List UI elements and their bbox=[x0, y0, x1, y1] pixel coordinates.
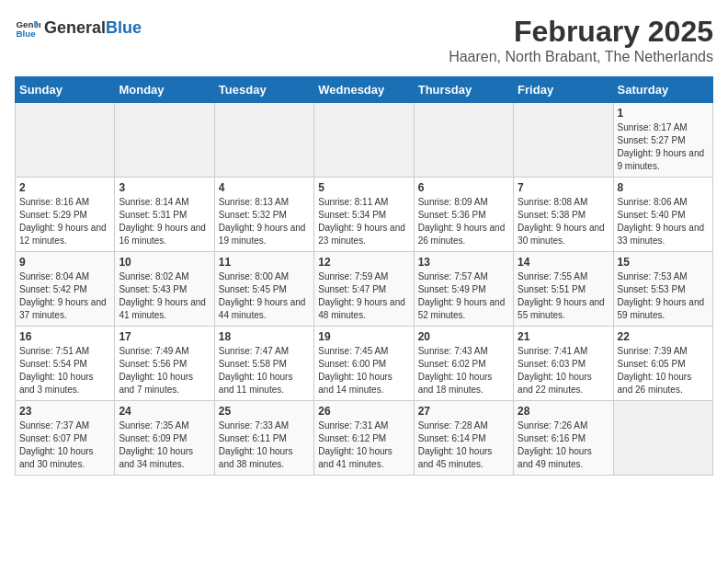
logo-icon: General Blue bbox=[15, 15, 40, 40]
weekday-header-thursday: Thursday bbox=[414, 77, 513, 103]
day-number: 22 bbox=[618, 330, 709, 343]
day-cell: 23Sunrise: 7:37 AM Sunset: 6:07 PM Dayli… bbox=[16, 401, 115, 476]
day-cell bbox=[613, 401, 712, 476]
day-cell: 21Sunrise: 7:41 AM Sunset: 6:03 PM Dayli… bbox=[514, 327, 613, 401]
day-cell: 15Sunrise: 7:53 AM Sunset: 5:53 PM Dayli… bbox=[613, 252, 712, 327]
weekday-header-saturday: Saturday bbox=[613, 77, 712, 103]
day-cell: 9Sunrise: 8:04 AM Sunset: 5:42 PM Daylig… bbox=[16, 252, 115, 327]
day-info: Sunrise: 7:26 AM Sunset: 6:16 PM Dayligh… bbox=[518, 419, 609, 471]
day-info: Sunrise: 7:59 AM Sunset: 5:47 PM Dayligh… bbox=[318, 270, 409, 322]
week-row-3: 9Sunrise: 8:04 AM Sunset: 5:42 PM Daylig… bbox=[16, 252, 713, 327]
day-number: 1 bbox=[618, 107, 709, 120]
title-area: February 2025 Haaren, North Brabant, The… bbox=[449, 15, 713, 65]
day-number: 26 bbox=[318, 405, 409, 418]
day-info: Sunrise: 7:51 AM Sunset: 5:54 PM Dayligh… bbox=[19, 345, 110, 396]
day-number: 18 bbox=[219, 330, 310, 343]
day-number: 10 bbox=[119, 256, 210, 269]
day-info: Sunrise: 7:37 AM Sunset: 6:07 PM Dayligh… bbox=[19, 419, 110, 471]
day-cell: 12Sunrise: 7:59 AM Sunset: 5:47 PM Dayli… bbox=[314, 252, 414, 327]
day-cell: 20Sunrise: 7:43 AM Sunset: 6:02 PM Dayli… bbox=[414, 327, 513, 401]
day-cell: 1Sunrise: 8:17 AM Sunset: 5:27 PM Daylig… bbox=[613, 103, 712, 178]
day-cell: 13Sunrise: 7:57 AM Sunset: 5:49 PM Dayli… bbox=[414, 252, 513, 327]
day-info: Sunrise: 7:55 AM Sunset: 5:51 PM Dayligh… bbox=[518, 270, 609, 322]
day-cell: 4Sunrise: 8:13 AM Sunset: 5:32 PM Daylig… bbox=[214, 178, 313, 252]
day-cell: 2Sunrise: 8:16 AM Sunset: 5:29 PM Daylig… bbox=[16, 178, 115, 252]
day-cell: 3Sunrise: 8:14 AM Sunset: 5:31 PM Daylig… bbox=[115, 178, 214, 252]
day-cell: 22Sunrise: 7:39 AM Sunset: 6:05 PM Dayli… bbox=[613, 327, 712, 401]
day-info: Sunrise: 7:49 AM Sunset: 5:56 PM Dayligh… bbox=[119, 345, 210, 396]
svg-text:Blue: Blue bbox=[16, 29, 36, 39]
day-info: Sunrise: 8:13 AM Sunset: 5:32 PM Dayligh… bbox=[219, 196, 310, 247]
day-info: Sunrise: 8:17 AM Sunset: 5:27 PM Dayligh… bbox=[618, 121, 709, 173]
day-info: Sunrise: 7:57 AM Sunset: 5:49 PM Dayligh… bbox=[418, 270, 509, 322]
day-number: 13 bbox=[418, 256, 509, 269]
day-number: 15 bbox=[618, 256, 709, 269]
header: General Blue GeneralBlue February 2025 H… bbox=[15, 15, 713, 65]
day-info: Sunrise: 7:31 AM Sunset: 6:12 PM Dayligh… bbox=[318, 419, 409, 471]
day-number: 24 bbox=[119, 405, 210, 418]
day-cell: 14Sunrise: 7:55 AM Sunset: 5:51 PM Dayli… bbox=[514, 252, 613, 327]
day-cell bbox=[314, 103, 414, 178]
day-number: 17 bbox=[119, 330, 210, 343]
weekday-header-tuesday: Tuesday bbox=[214, 77, 313, 103]
day-number: 9 bbox=[19, 256, 110, 269]
day-number: 28 bbox=[518, 405, 609, 418]
day-number: 20 bbox=[418, 330, 509, 343]
weekday-header-sunday: Sunday bbox=[16, 77, 115, 103]
day-info: Sunrise: 8:14 AM Sunset: 5:31 PM Dayligh… bbox=[119, 196, 210, 247]
day-number: 14 bbox=[518, 256, 609, 269]
week-row-5: 23Sunrise: 7:37 AM Sunset: 6:07 PM Dayli… bbox=[16, 401, 713, 476]
day-info: Sunrise: 8:00 AM Sunset: 5:45 PM Dayligh… bbox=[219, 270, 310, 322]
location: Haaren, North Brabant, The Netherlands bbox=[449, 49, 713, 65]
month-year: February 2025 bbox=[449, 15, 713, 49]
day-info: Sunrise: 7:41 AM Sunset: 6:03 PM Dayligh… bbox=[518, 345, 609, 396]
day-info: Sunrise: 7:35 AM Sunset: 6:09 PM Dayligh… bbox=[119, 419, 210, 471]
day-cell: 27Sunrise: 7:28 AM Sunset: 6:14 PM Dayli… bbox=[414, 401, 513, 476]
day-number: 5 bbox=[318, 181, 409, 194]
day-info: Sunrise: 8:04 AM Sunset: 5:42 PM Dayligh… bbox=[19, 270, 110, 322]
day-info: Sunrise: 7:43 AM Sunset: 6:02 PM Dayligh… bbox=[418, 345, 509, 396]
calendar: SundayMondayTuesdayWednesdayThursdayFrid… bbox=[15, 76, 713, 476]
day-number: 2 bbox=[19, 181, 110, 194]
day-number: 8 bbox=[618, 181, 709, 194]
weekday-header-monday: Monday bbox=[115, 77, 214, 103]
day-cell bbox=[514, 103, 613, 178]
day-info: Sunrise: 8:02 AM Sunset: 5:43 PM Dayligh… bbox=[119, 270, 210, 322]
day-cell: 18Sunrise: 7:47 AM Sunset: 5:58 PM Dayli… bbox=[214, 327, 313, 401]
day-cell bbox=[414, 103, 513, 178]
day-info: Sunrise: 7:53 AM Sunset: 5:53 PM Dayligh… bbox=[618, 270, 709, 322]
day-info: Sunrise: 7:47 AM Sunset: 5:58 PM Dayligh… bbox=[219, 345, 310, 396]
logo: General Blue GeneralBlue bbox=[15, 15, 142, 40]
day-info: Sunrise: 8:08 AM Sunset: 5:38 PM Dayligh… bbox=[518, 196, 609, 247]
day-cell: 16Sunrise: 7:51 AM Sunset: 5:54 PM Dayli… bbox=[16, 327, 115, 401]
day-cell: 19Sunrise: 7:45 AM Sunset: 6:00 PM Dayli… bbox=[314, 327, 414, 401]
day-info: Sunrise: 7:33 AM Sunset: 6:11 PM Dayligh… bbox=[219, 419, 310, 471]
day-number: 21 bbox=[518, 330, 609, 343]
logo-text-general: General bbox=[44, 18, 106, 38]
logo-text-blue: Blue bbox=[106, 18, 142, 38]
day-cell: 6Sunrise: 8:09 AM Sunset: 5:36 PM Daylig… bbox=[414, 178, 513, 252]
week-row-1: 1Sunrise: 8:17 AM Sunset: 5:27 PM Daylig… bbox=[16, 103, 713, 178]
day-cell bbox=[115, 103, 214, 178]
day-number: 27 bbox=[418, 405, 509, 418]
day-cell: 17Sunrise: 7:49 AM Sunset: 5:56 PM Dayli… bbox=[115, 327, 214, 401]
weekday-header-row: SundayMondayTuesdayWednesdayThursdayFrid… bbox=[16, 77, 713, 103]
day-number: 12 bbox=[318, 256, 409, 269]
day-info: Sunrise: 7:28 AM Sunset: 6:14 PM Dayligh… bbox=[418, 419, 509, 471]
day-cell: 7Sunrise: 8:08 AM Sunset: 5:38 PM Daylig… bbox=[514, 178, 613, 252]
day-cell: 26Sunrise: 7:31 AM Sunset: 6:12 PM Dayli… bbox=[314, 401, 414, 476]
week-row-2: 2Sunrise: 8:16 AM Sunset: 5:29 PM Daylig… bbox=[16, 178, 713, 252]
day-cell bbox=[214, 103, 313, 178]
day-cell: 24Sunrise: 7:35 AM Sunset: 6:09 PM Dayli… bbox=[115, 401, 214, 476]
day-number: 3 bbox=[119, 181, 210, 194]
day-info: Sunrise: 8:16 AM Sunset: 5:29 PM Dayligh… bbox=[19, 196, 110, 247]
day-cell: 11Sunrise: 8:00 AM Sunset: 5:45 PM Dayli… bbox=[214, 252, 313, 327]
day-info: Sunrise: 8:09 AM Sunset: 5:36 PM Dayligh… bbox=[418, 196, 509, 247]
weekday-header-wednesday: Wednesday bbox=[314, 77, 414, 103]
day-info: Sunrise: 7:39 AM Sunset: 6:05 PM Dayligh… bbox=[618, 345, 709, 396]
day-cell: 8Sunrise: 8:06 AM Sunset: 5:40 PM Daylig… bbox=[613, 178, 712, 252]
day-number: 11 bbox=[219, 256, 310, 269]
day-info: Sunrise: 8:06 AM Sunset: 5:40 PM Dayligh… bbox=[618, 196, 709, 247]
day-info: Sunrise: 7:45 AM Sunset: 6:00 PM Dayligh… bbox=[318, 345, 409, 396]
day-cell bbox=[16, 103, 115, 178]
